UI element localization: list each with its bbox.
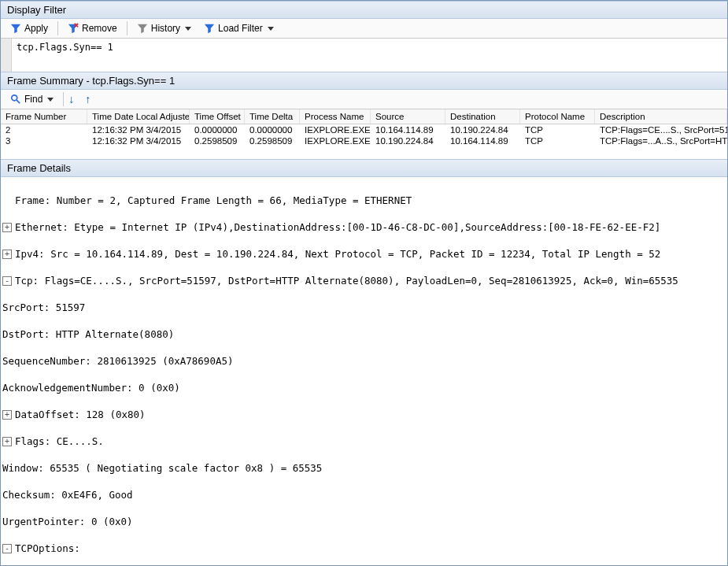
tree-label: SequenceNumber: 2810613925 (0xA78690A5)	[2, 354, 234, 368]
toolbar-separator	[57, 21, 58, 35]
filter-remove-icon	[68, 23, 79, 34]
tree-toggle-icon[interactable]: -	[2, 276, 12, 286]
filter-text[interactable]: tcp.Flags.Syn== 1	[12, 39, 727, 72]
tree-label: Frame: Number = 2, Captured Frame Length…	[15, 194, 412, 207]
cell-time-delta: 0.0000000	[245, 124, 300, 135]
tree-toggle-icon[interactable]: -	[2, 544, 12, 553]
tree-label: Tcp: Flags=CE....S., SrcPort=51597, DstP…	[15, 274, 678, 287]
svg-point-0	[12, 95, 17, 101]
cell-time-date: 12:16:32 PM 3/4/2015	[87, 124, 190, 135]
tree-node-checksum[interactable]: Checksum: 0xE4F6, Good	[2, 488, 726, 501]
dropdown-caret-icon	[185, 27, 191, 31]
col-process-name[interactable]: Process Name	[300, 109, 371, 124]
find-label: Find	[24, 94, 42, 105]
cell-time-offset: 0.2598509	[190, 135, 245, 146]
tree-label: TCPOptions:	[15, 542, 80, 555]
dropdown-caret-icon	[268, 27, 274, 31]
horizontal-scrollbar[interactable]	[1, 146, 727, 159]
move-up-button[interactable]: ↑	[85, 93, 91, 105]
col-source[interactable]: Source	[371, 109, 445, 124]
tree-label: Ipv4: Src = 10.164.114.89, Dest = 10.190…	[15, 247, 660, 261]
remove-button[interactable]: Remove	[63, 21, 122, 35]
filter-load-icon	[204, 23, 215, 34]
tree-node-seqnum[interactable]: SequenceNumber: 2810613925 (0xA78690A5)	[2, 354, 726, 368]
frame-details-tree: Frame: Number = 2, Captured Frame Length…	[1, 177, 727, 566]
col-time-offset[interactable]: Time Offset	[190, 109, 245, 124]
tree-node-window[interactable]: Window: 65535 ( Negotiating scale factor…	[2, 461, 726, 475]
display-filter-header: Display Filter	[1, 1, 727, 19]
filter-apply-icon	[10, 23, 21, 34]
tree-label: DstPort: HTTP Alternate(8080)	[2, 327, 174, 341]
tree-node-dataoffset[interactable]: +DataOffset: 128 (0x80)	[2, 408, 726, 421]
cell-frame-number: 3	[1, 135, 87, 146]
tree-toggle-icon[interactable]: +	[2, 223, 12, 232]
load-filter-button[interactable]: Load Filter	[199, 21, 279, 35]
filter-history-icon	[137, 23, 148, 34]
col-destination[interactable]: Destination	[445, 109, 520, 124]
cell-source: 10.190.224.84	[371, 135, 445, 146]
cell-destination: 10.190.224.84	[445, 124, 520, 135]
table-row[interactable]: 2 12:16:32 PM 3/4/2015 0.0000000 0.00000…	[1, 124, 727, 135]
tree-toggle-icon[interactable]: +	[2, 250, 12, 259]
dropdown-caret-icon	[47, 98, 54, 102]
tree-node-srcport[interactable]: SrcPort: 51597	[2, 301, 726, 314]
cell-process-name: IEXPLORE.EXE	[300, 124, 371, 135]
filter-toolbar: Apply Remove History Load Filter	[1, 19, 727, 39]
cell-time-delta: 0.2598509	[245, 135, 300, 146]
tree-node-frame[interactable]: Frame: Number = 2, Captured Frame Length…	[2, 194, 726, 207]
tree-label: Flags: CE....S.	[15, 435, 104, 448]
frame-details-header: Frame Details	[1, 159, 727, 177]
cell-process-name: IEXPLORE.EXE	[300, 135, 371, 146]
tree-toggle-icon[interactable]: +	[2, 437, 12, 446]
toolbar-separator	[63, 92, 64, 106]
cell-description: TCP:Flags=...A..S., SrcPort=HTTP Alterna…	[595, 135, 727, 146]
apply-label: Apply	[24, 23, 48, 34]
tree-label: AcknowledgementNumber: 0 (0x0)	[2, 381, 180, 394]
tree-label: DataOffset: 128 (0x80)	[15, 408, 146, 421]
col-description[interactable]: Description	[595, 109, 727, 124]
summary-grid: Frame Number Time Date Local Adjusted Ti…	[1, 109, 727, 146]
tree-label: Window: 65535 ( Negotiating scale factor…	[2, 461, 322, 475]
col-protocol-name[interactable]: Protocol Name	[520, 109, 595, 124]
grid-header-row: Frame Number Time Date Local Adjusted Ti…	[1, 109, 727, 124]
summary-toolbar: Find ↓ ↑	[1, 90, 727, 109]
col-frame-number[interactable]: Frame Number	[1, 109, 87, 124]
tree-label: SrcPort: 51597	[2, 301, 85, 314]
cell-description: TCP:Flags=CE....S., SrcPort=51597, DstPo…	[595, 124, 727, 135]
tree-label: Checksum: 0xE4F6, Good	[2, 488, 133, 501]
tree-node-urgptr[interactable]: UrgentPointer: 0 (0x0)	[2, 515, 726, 528]
cell-destination: 10.164.114.89	[445, 135, 520, 146]
filter-input-area[interactable]: tcp.Flags.Syn== 1	[1, 39, 727, 72]
tree-label: Ethernet: Etype = Internet IP (IPv4),Des…	[15, 220, 660, 234]
col-time-date[interactable]: Time Date Local Adjusted	[87, 109, 190, 124]
tree-node-acknum[interactable]: AcknowledgementNumber: 0 (0x0)	[2, 381, 726, 394]
tree-node-tcp[interactable]: -Tcp: Flags=CE....S., SrcPort=51597, Dst…	[2, 274, 726, 287]
col-time-delta[interactable]: Time Delta	[245, 109, 300, 124]
tree-node-tcpoptions[interactable]: -TCPOptions:	[2, 542, 726, 555]
find-icon	[10, 94, 21, 105]
remove-label: Remove	[82, 23, 117, 34]
load-label: Load Filter	[218, 23, 263, 34]
tree-node-flags[interactable]: +Flags: CE....S.	[2, 435, 726, 448]
cell-protocol-name: TCP	[520, 124, 595, 135]
apply-button[interactable]: Apply	[6, 21, 53, 35]
tree-node-dstport[interactable]: DstPort: HTTP Alternate(8080)	[2, 327, 726, 341]
find-button[interactable]: Find	[6, 92, 58, 106]
filter-gutter	[1, 39, 12, 72]
cell-frame-number: 2	[1, 124, 87, 135]
history-label: History	[151, 23, 180, 34]
cell-source: 10.164.114.89	[371, 124, 445, 135]
tree-node-ipv4[interactable]: +Ipv4: Src = 10.164.114.89, Dest = 10.19…	[2, 247, 726, 261]
table-row[interactable]: 3 12:16:32 PM 3/4/2015 0.2598509 0.25985…	[1, 135, 727, 146]
cell-time-offset: 0.0000000	[190, 124, 245, 135]
tree-node-ethernet[interactable]: +Ethernet: Etype = Internet IP (IPv4),De…	[2, 220, 726, 234]
move-down-button[interactable]: ↓	[68, 93, 74, 105]
tree-label: UrgentPointer: 0 (0x0)	[2, 515, 133, 528]
history-button[interactable]: History	[132, 21, 196, 35]
tree-toggle-icon[interactable]: +	[2, 410, 12, 420]
frame-summary-header: Frame Summary - tcp.Flags.Syn== 1	[1, 72, 727, 90]
cell-protocol-name: TCP	[520, 135, 595, 146]
toolbar-separator	[127, 21, 127, 35]
tree-toggle-none	[2, 196, 12, 205]
cell-time-date: 12:16:32 PM 3/4/2015	[87, 135, 190, 146]
